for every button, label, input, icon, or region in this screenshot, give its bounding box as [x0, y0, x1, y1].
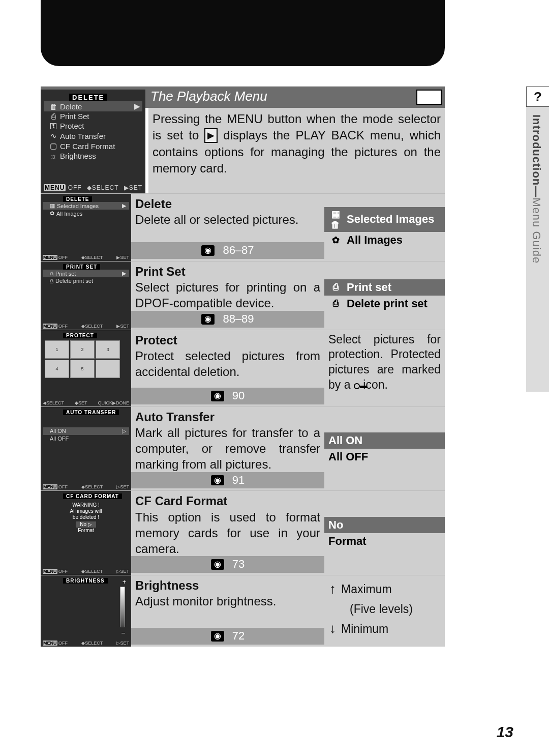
- lcd-item: CF Card Format: [60, 142, 115, 151]
- menu-item-autotransfer: AUTO TRANSFER All ON▷ All OFF MENU OFF◆S…: [41, 406, 445, 491]
- page-number-ref: 73: [232, 557, 245, 572]
- side-subsection-text: Menu Guide: [530, 197, 543, 264]
- page-number: 13: [497, 723, 513, 741]
- thumb-cfformat: CF CARD FORMAT WARNING ! All images will…: [41, 491, 131, 575]
- item-desc-text: Mark all pictures for transfer to a comp…: [135, 425, 320, 473]
- side-help-icon: ?: [526, 86, 549, 107]
- item-desc-text: Delete all or selected pictures.: [135, 212, 320, 227]
- item-desc-text: This option is used to format memory car…: [135, 509, 320, 557]
- brightness-levels: (Five levels): [329, 600, 440, 619]
- item-title: Brightness: [135, 577, 320, 593]
- thumb-row: ▦Selected Images▶: [43, 202, 129, 210]
- thumb-row: ⎙Print set▶: [43, 270, 129, 277]
- item-title: Delete: [135, 196, 320, 212]
- play-inline-icon: ▶: [204, 128, 218, 142]
- lcd-item: Protect: [60, 122, 84, 130]
- arrow-up-icon: ↑: [329, 581, 336, 596]
- page-ref: ◉72: [131, 628, 324, 645]
- lcd-header: DELETE: [69, 94, 107, 101]
- item-description: Auto Transfer Mark all pictures for tran…: [131, 407, 324, 491]
- thumb-header: PROTECT: [63, 333, 97, 338]
- grid-trash-icon: ▦🗑: [328, 209, 343, 230]
- lcd-row: ☼Brightness: [44, 151, 142, 161]
- item-title: Print Set: [135, 264, 320, 279]
- brightness-max: Maximum: [341, 583, 392, 596]
- thumb-header: DELETE: [63, 196, 92, 202]
- thumb-header: PRINT SET: [63, 264, 100, 270]
- option-all-on: All ON: [324, 432, 445, 449]
- page-ref: ◉86–87: [131, 242, 324, 259]
- print-icon: ⎙: [328, 282, 343, 293]
- main-lcd-screenshot: DELETE 🗑Delete▶ ⎙Print Set ⚿Protect ∿Aut…: [41, 86, 145, 193]
- thumb-row: ✿All Images: [43, 210, 129, 217]
- arrow-down-icon: ↓: [329, 621, 336, 636]
- option-delete-print-set: ⎙Delete print set: [324, 296, 445, 312]
- page-content: The Playback Menu ▶ DELETE 🗑Delete▶ ⎙Pri…: [41, 86, 445, 647]
- question-icon: ?: [534, 89, 542, 105]
- flower-icon: ✿: [328, 235, 343, 246]
- section-title-bar: The Playback Menu ▶: [145, 86, 445, 108]
- page-number-ref: 90: [232, 389, 245, 403]
- print-trash-icon: ⎙: [328, 298, 343, 309]
- page-number-ref: 88–89: [223, 312, 254, 327]
- book-icon: ◉: [201, 314, 215, 325]
- book-icon: ◉: [211, 559, 224, 570]
- lcd-row: ▢CF Card Format: [44, 141, 142, 151]
- thumb-row: ⎙Delete print set: [43, 277, 129, 284]
- page-number-ref: 91: [232, 473, 245, 488]
- item-title: Protect: [135, 332, 320, 348]
- lcd-row: ⚿Protect: [44, 121, 142, 131]
- lcd-footer: MENU OFF ◆SELECT ▶SET: [44, 184, 142, 191]
- menu-item-cfformat: CF CARD FORMAT WARNING ! All images will…: [41, 490, 445, 575]
- lcd-item: Brightness: [60, 152, 96, 160]
- item-title: Auto Transfer: [135, 409, 320, 425]
- item-options: Select pictures for protection. Protecte…: [324, 330, 445, 406]
- top-black-bar: [41, 0, 445, 66]
- item-description: Protect Protect selected pictures from a…: [131, 330, 324, 406]
- book-icon: ◉: [201, 245, 215, 256]
- page-number-ref: 86–87: [223, 243, 254, 258]
- option-all-off: All OFF: [324, 449, 445, 465]
- item-description: Delete Delete all or selected pictures. …: [131, 194, 324, 261]
- item-options: ↑Maximum (Five levels) ↓Minimum: [324, 575, 445, 647]
- key-icon: [354, 383, 360, 389]
- item-title: CF Card Format: [135, 493, 320, 509]
- lcd-row: 🗑Delete▶: [44, 101, 142, 111]
- lcd-item: Auto Transfer: [60, 132, 106, 140]
- thumb-protect: PROTECT 123 45 ◀SELECT◆SETQUICK▶DONE: [41, 330, 131, 406]
- item-desc-text: Adjust monitor brightness.: [135, 593, 320, 609]
- option-selected-images: ▦🗑Selected Images: [324, 207, 445, 232]
- option-format: Format: [324, 533, 445, 549]
- thumb-header: CF CARD FORMAT: [63, 493, 122, 499]
- item-options: No Format: [324, 491, 445, 575]
- page-ref: ◉91: [131, 472, 324, 489]
- lcd-row: ⎙Print Set: [44, 111, 142, 121]
- item-description: CF Card Format This option is used to fo…: [131, 491, 324, 575]
- book-icon: ◉: [211, 475, 224, 486]
- thumb-printset: PRINT SET ⎙Print set▶ ⎙Delete print set …: [41, 261, 131, 330]
- item-options: ⎙Print set ⎙Delete print set: [324, 261, 445, 330]
- menu-item-protect: PROTECT 123 45 ◀SELECT◆SETQUICK▶DONE Pro…: [41, 330, 445, 406]
- side-section-label: Introduction—Menu Guide: [530, 114, 543, 264]
- item-options: All ON All OFF: [324, 407, 445, 491]
- book-icon: ◉: [211, 631, 224, 642]
- item-desc-text: Protect selected pictures from accidenta…: [135, 348, 320, 380]
- playback-icon: ▶: [416, 90, 442, 105]
- protect-right-text: Select pictures for protection. Protecte…: [324, 330, 445, 395]
- item-options: ▦🗑Selected Images ✿All Images: [324, 194, 445, 261]
- item-desc-text: Select pictures for printing on a DPOF-c…: [135, 279, 320, 311]
- lcd-item: Delete: [60, 102, 82, 111]
- page-number-ref: 72: [232, 629, 245, 644]
- option-print-set: ⎙Print set: [324, 279, 445, 296]
- thumb-autotransfer: AUTO TRANSFER All ON▷ All OFF MENU OFF◆S…: [41, 407, 131, 491]
- menu-item-brightness: BRIGHTNESS + – MENU OFF◆SELECT▷SET Brigh…: [41, 575, 445, 647]
- menu-item-delete: DELETE ▦Selected Images▶ ✿All Images MEN…: [41, 193, 445, 261]
- item-description: Brightness Adjust monitor brightness. ◉7…: [131, 575, 324, 647]
- thumb-row: All OFF: [43, 435, 129, 442]
- thumb-header: BRIGHTNESS: [63, 578, 108, 584]
- side-section-text: Introduction—: [530, 114, 543, 197]
- option-all-images: ✿All Images: [324, 232, 445, 248]
- thumb-delete: DELETE ▦Selected Images▶ ✿All Images MEN…: [41, 194, 131, 261]
- page-ref: ◉73: [131, 556, 324, 573]
- lcd-item: Print Set: [60, 112, 89, 121]
